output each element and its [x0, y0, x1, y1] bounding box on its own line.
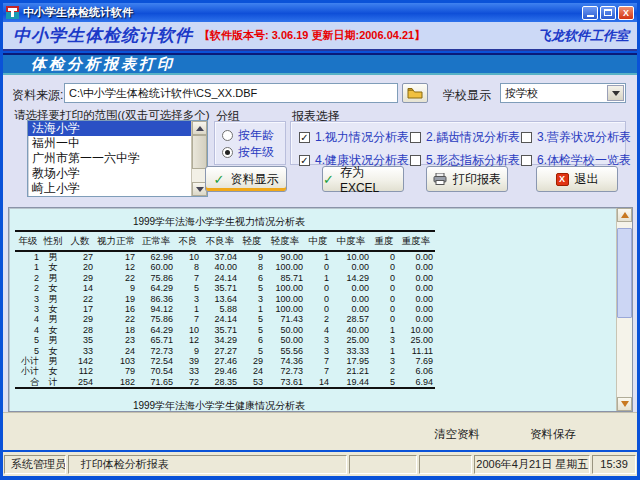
table-cell: 55.56: [265, 346, 305, 356]
table-cell: 0.00: [331, 294, 371, 304]
table-cell: 0.00: [331, 283, 371, 293]
table-cell: 1: [371, 325, 397, 335]
radio-option[interactable]: 按年龄: [222, 127, 285, 144]
table-cell: 1: [239, 304, 265, 314]
scroll-down-button[interactable]: [617, 397, 632, 411]
table-cell: 112: [65, 366, 95, 376]
table-cell: 1: [15, 251, 41, 262]
table-cell: 19: [95, 294, 137, 304]
table-cell: 7: [175, 273, 201, 283]
scrollbar-thumb[interactable]: [617, 228, 632, 318]
school-list-item[interactable]: 崎上小学: [28, 181, 191, 196]
table-cell: 39: [175, 356, 201, 366]
table-cell: 0.00: [397, 304, 435, 314]
print-report-button[interactable]: 打印报表: [426, 166, 508, 192]
checkbox-icon[interactable]: ✓: [299, 155, 310, 166]
status-time: 15:39: [592, 455, 636, 474]
maximize-button[interactable]: [600, 6, 616, 20]
radio-icon[interactable]: [222, 147, 233, 158]
radio-icon[interactable]: [222, 130, 233, 141]
school-list-item[interactable]: 法海小学: [28, 121, 191, 136]
browse-button[interactable]: [402, 83, 428, 103]
table-cell: 0.00: [397, 251, 435, 262]
table-cell: 0.00: [397, 314, 435, 324]
checkbox-icon[interactable]: [521, 132, 532, 143]
show-data-button[interactable]: ✓ 资料显示: [205, 166, 287, 192]
table-cell: 0.00: [331, 262, 371, 272]
table-cell: 103: [95, 356, 137, 366]
checkbox-icon[interactable]: ✓: [299, 132, 310, 143]
table-cell: 28.35: [201, 377, 239, 388]
close-button[interactable]: X: [618, 6, 634, 20]
school-list-box[interactable]: 法海小学福州一中广州市第一一六中学教场小学崎上小学: [27, 120, 208, 197]
exit-icon: X: [556, 173, 569, 186]
table-cell: 27.46: [201, 356, 239, 366]
radio-option[interactable]: 按年级: [222, 144, 285, 161]
table-cell: 10: [175, 325, 201, 335]
dropdown-button[interactable]: [607, 85, 624, 101]
report-checkbox[interactable]: ✓1.视力情况分析表: [299, 129, 410, 146]
checkbox-icon[interactable]: [521, 155, 532, 166]
table-cell: 17.95: [331, 356, 371, 366]
checkbox-icon[interactable]: [410, 132, 421, 143]
column-header: 年级: [15, 231, 41, 251]
clear-data-button[interactable]: 清空资料: [434, 427, 480, 442]
table-cell: 5: [239, 325, 265, 335]
school-list-item[interactable]: 教场小学: [28, 166, 191, 181]
table-cell: 6: [239, 273, 265, 283]
school-display-select[interactable]: 按学校: [500, 83, 626, 103]
table-cell: 33: [65, 346, 95, 356]
table-cell: 27: [65, 251, 95, 262]
exit-button[interactable]: X 退出: [536, 166, 618, 192]
table-cell: 23: [95, 335, 137, 345]
chevron-down-icon: [612, 91, 620, 96]
report-scrollbar[interactable]: [616, 208, 632, 411]
table-cell: 3: [305, 346, 331, 356]
table-cell: 14: [65, 283, 95, 293]
table-row: 5男352365.711234.29650.00325.00325.00: [15, 335, 435, 345]
save-excel-label: 存为EXCEL: [340, 164, 403, 195]
table-cell: 22: [95, 314, 137, 324]
school-list-item[interactable]: 广州市第一一六中学: [28, 151, 191, 166]
scroll-up-button[interactable]: [192, 121, 207, 135]
table-cell: 25.00: [397, 335, 435, 345]
table-cell: 70.54: [137, 366, 175, 376]
report-title-vision: 1999学年法海小学学生视力情况分析表: [9, 215, 429, 229]
source-path-input[interactable]: [64, 83, 398, 103]
table-row: 1男271762.961037.04990.00110.0000.00: [15, 251, 435, 262]
table-cell: 0: [305, 294, 331, 304]
table-cell: 64.29: [137, 283, 175, 293]
table-cell: 0: [371, 283, 397, 293]
minimize-button[interactable]: [582, 6, 598, 20]
app-name: 中小学生体检统计软件: [13, 24, 193, 47]
save-excel-button[interactable]: ✓ 存为EXCEL: [322, 166, 404, 192]
table-cell: 142: [65, 356, 95, 366]
table-cell: 0.00: [331, 304, 371, 314]
report-checkbox[interactable]: 3.营养状况分析表: [521, 129, 625, 146]
scroll-up-button[interactable]: [617, 208, 632, 222]
show-data-label: 资料显示: [230, 171, 278, 188]
scrollbar-thumb[interactable]: [192, 135, 207, 169]
table-row: 4男292275.86724.14571.43228.5700.00: [15, 314, 435, 324]
table-cell: 计: [41, 377, 65, 388]
table-cell: 小计: [15, 356, 41, 366]
table-cell: 6: [239, 335, 265, 345]
table-cell: 4: [15, 325, 41, 335]
school-list-item[interactable]: 福州一中: [28, 136, 191, 151]
table-cell: 19.44: [331, 377, 371, 388]
table-cell: 9: [239, 251, 265, 262]
app-banner: 中小学生体检统计软件 【软件版本号: 3.06.19 更新日期:2006.04.…: [3, 22, 637, 51]
status-spacer: [419, 455, 473, 474]
report-checkbox[interactable]: 2.龋齿情况分析表: [410, 129, 521, 146]
triangle-up-icon: [196, 126, 204, 131]
table-cell: 50.00: [265, 335, 305, 345]
table-cell: 0.00: [397, 273, 435, 283]
window-title: 中小学生体检统计软件: [23, 5, 580, 20]
table-cell: 女: [41, 325, 65, 335]
save-data-button[interactable]: 资料保存: [530, 427, 576, 442]
table-cell: 72.73: [265, 366, 305, 376]
table-cell: 85.71: [265, 273, 305, 283]
table-cell: 9: [95, 283, 137, 293]
checkbox-icon[interactable]: [410, 155, 421, 166]
check-icon: ✓: [323, 173, 334, 186]
